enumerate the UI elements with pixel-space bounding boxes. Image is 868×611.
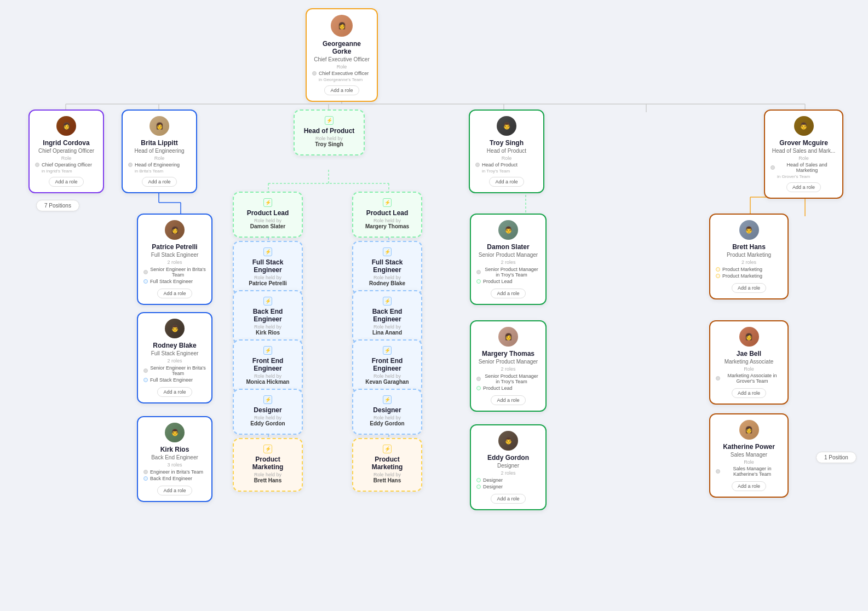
org-chart: 👩 Georgeanne Gorke Chief Executive Offic… (0, 0, 868, 611)
troy-name: Troy Singh (475, 139, 538, 147)
brett-add-role-button[interactable]: Add a role (732, 283, 766, 293)
designer-eddy2-icon: ⚡ (383, 395, 392, 404)
brita-title: Head of Engineering (128, 148, 191, 154)
grover-name: Grover Mcguire (771, 139, 837, 147)
product-lead-damon-icon: ⚡ (263, 198, 272, 207)
margery-add-role-button[interactable]: Add a role (491, 395, 525, 405)
jae-add-role-button[interactable]: Add a role (732, 388, 766, 398)
frontend-monica-icon: ⚡ (263, 346, 272, 355)
product-lead-damon-role-card: ⚡ Product Lead Role held by Damon Slater (233, 192, 303, 238)
brett-name: Brett Hans (716, 243, 782, 251)
grover-title: Head of Sales and Mark... (771, 148, 837, 154)
katherine-avatar: 👩 (739, 420, 759, 440)
patrice-card: 👩 Patrice Petrelli Full Stack Engineer 2… (137, 214, 212, 305)
eddy-card: 👨 Eddy Gordon Designer 2 roles Designer … (470, 424, 547, 510)
fullstack-patrice-icon: ⚡ (263, 247, 272, 256)
kirk-card: 👨 Kirk Rios Back End Engineer 3 roles En… (137, 416, 212, 502)
katherine-name: Katherine Power (716, 443, 782, 451)
grover-role-item: Head of Sales and Marketing (771, 162, 837, 173)
product-lead-margery-role-card: ⚡ Product Lead Role held by Margery Thom… (352, 192, 422, 238)
kirk-add-role-button[interactable]: Add a role (157, 486, 192, 495)
product-mktg1-role-card: ⚡ Product Marketing Role held by Brett H… (233, 438, 303, 492)
ingrid-title: Chief Operating Officer (35, 148, 97, 154)
troy-add-role-button[interactable]: Add a role (489, 177, 524, 187)
eddy-avatar: 👨 (498, 431, 518, 451)
troy-card: 👨 Troy Singh Head of Product Role Head o… (469, 109, 544, 193)
head-product-role-card: ⚡ Head of Product Role held by Troy Sing… (294, 109, 365, 155)
ceo-role-dot (312, 71, 317, 76)
fullstack-rodney-role-card: ⚡ Full Stack Engineer Role held by Rodne… (352, 241, 422, 295)
kirk-name: Kirk Rios (143, 446, 206, 453)
grover-add-role-button[interactable]: Add a role (786, 182, 821, 192)
backend-kirk-icon: ⚡ (263, 297, 272, 306)
ingrid-card: 👩 Ingrid Cordova Chief Operating Officer… (28, 109, 104, 193)
eddy-name: Eddy Gordon (476, 454, 540, 462)
ceo-title: Chief Executive Officer (312, 56, 371, 62)
jae-name: Jae Bell (716, 350, 782, 358)
katherine-add-role-button[interactable]: Add a role (732, 481, 766, 491)
rodney-avatar: 👨 (165, 319, 185, 338)
jae-avatar: 👩 (739, 327, 759, 347)
product-mktg1-icon: ⚡ (263, 445, 272, 453)
troy-role-item: Head of Product (475, 162, 538, 168)
ceo-card: 👩 Georgeanne Gorke Chief Executive Offic… (306, 8, 378, 102)
grover-card: 👨 Grover Mcguire Head of Sales and Mark.… (764, 109, 843, 199)
patrice-name: Patrice Petrelli (143, 243, 206, 251)
brita-avatar: 👩 (150, 116, 169, 136)
ceo-add-role-button[interactable]: Add a role (324, 85, 359, 95)
frontend-kevan-role-card: ⚡ Front End Engineer Role held by Kevan … (352, 339, 422, 393)
troy-title: Head of Product (475, 148, 538, 154)
designer-eddy2-role-card: ⚡ Designer Role held by Eddy Gordon (352, 389, 422, 435)
kirk-avatar: 👨 (165, 423, 185, 442)
backend-lina-role-card: ⚡ Back End Engineer Role held by Lina An… (352, 290, 422, 344)
brita-name: Brita Lippitt (128, 139, 191, 147)
ingrid-name: Ingrid Cordova (35, 139, 97, 147)
designer-eddy1-icon: ⚡ (263, 395, 272, 404)
brett-avatar: 👨 (739, 220, 759, 240)
ingrid-add-role-button[interactable]: Add a role (49, 177, 83, 187)
backend-lina-icon: ⚡ (383, 297, 392, 306)
product-mktg2-role-card: ⚡ Product Marketing Role held by Brett H… (352, 438, 422, 492)
margery-name: Margery Thomas (476, 350, 540, 358)
ceo-avatar: 👩 (331, 15, 353, 37)
frontend-monica-role-card: ⚡ Front End Engineer Role held by Monica… (233, 339, 303, 393)
patrice-avatar: 👩 (165, 220, 185, 240)
katherine-positions-badge: 1 Position (816, 452, 856, 463)
damon-avatar: 👨 (498, 220, 518, 240)
margery-card: 👩 Margery Thomas Senior Product Manager … (470, 320, 547, 412)
brita-add-role-button[interactable]: Add a role (142, 177, 176, 187)
product-lead-margery-icon: ⚡ (383, 198, 392, 207)
ingrid-role-item: Chief Operating Officer (35, 162, 97, 168)
jae-card: 👩 Jae Bell Marketing Associate Role Mark… (709, 320, 789, 405)
troy-avatar: 👨 (497, 116, 516, 136)
grover-avatar: 👨 (794, 116, 814, 136)
damon-add-role-button[interactable]: Add a role (491, 289, 525, 298)
connector-lines (0, 0, 868, 611)
rodney-add-role-button[interactable]: Add a role (157, 387, 192, 397)
designer-eddy1-role-card: ⚡ Designer Role held by Eddy Gordon (233, 389, 303, 435)
rodney-card: 👨 Rodney Blake Full Stack Engineer 2 rol… (137, 312, 212, 404)
ingrid-positions-badge: 7 Positions (36, 200, 79, 211)
margery-avatar: 👩 (498, 327, 518, 347)
eddy-add-role-button[interactable]: Add a role (491, 494, 525, 504)
head-product-role-icon: ⚡ (325, 116, 334, 125)
ceo-role-team: in Georgeanne's Team (319, 77, 371, 82)
rodney-name: Rodney Blake (143, 342, 206, 349)
damon-card: 👨 Damon Slater Senior Product Manager 2 … (470, 214, 547, 305)
ceo-role-label: Role (312, 64, 371, 70)
brett-card: 👨 Brett Hans Product Marketing 2 roles P… (709, 214, 789, 299)
fullstack-rodney-icon: ⚡ (383, 247, 392, 256)
damon-name: Damon Slater (476, 243, 540, 251)
backend-kirk-role-card: ⚡ Back End Engineer Role held by Kirk Ri… (233, 290, 303, 344)
ceo-role-item: Chief Executive Officer (312, 71, 371, 76)
fullstack-patrice-role-card: ⚡ Full Stack Engineer Role held by Patri… (233, 241, 303, 295)
brita-role-item: Head of Engineering (128, 162, 191, 168)
brita-card: 👩 Brita Lippitt Head of Engineering Role… (122, 109, 197, 193)
product-mktg2-icon: ⚡ (383, 445, 392, 453)
ingrid-avatar: 👩 (56, 116, 76, 136)
katherine-card: 👩 Katherine Power Sales Manager Role Sal… (709, 413, 789, 498)
patrice-add-role-button[interactable]: Add a role (157, 289, 192, 298)
ceo-name: Georgeanne Gorke (312, 40, 371, 55)
frontend-kevan-icon: ⚡ (383, 346, 392, 355)
